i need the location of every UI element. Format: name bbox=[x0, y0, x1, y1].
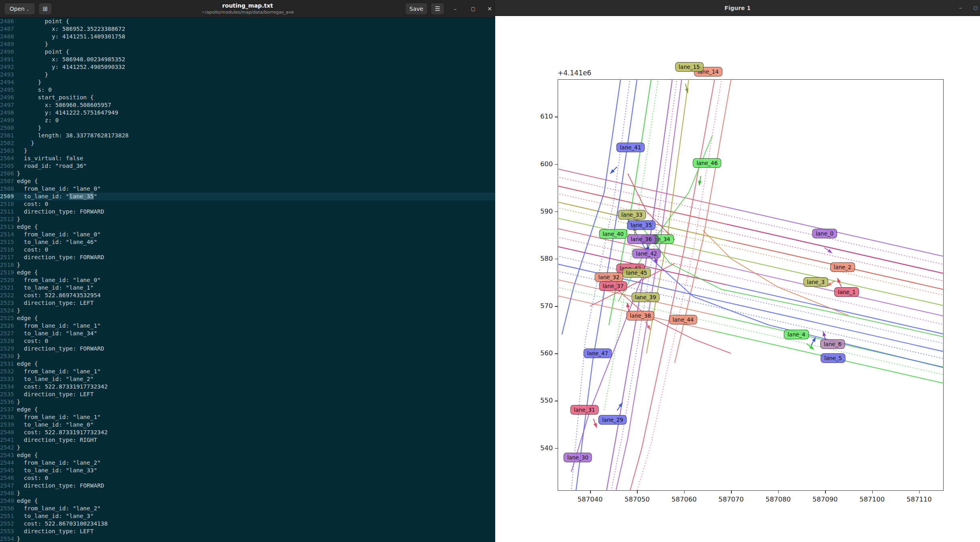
y-tick-mark bbox=[555, 448, 558, 449]
lane-label-lane_33: lane_33 bbox=[618, 210, 646, 220]
road-line bbox=[727, 294, 944, 344]
code-line: 2511 direction_type: FORWARD bbox=[0, 208, 495, 216]
line-number: 2547 bbox=[0, 482, 17, 490]
menu-button[interactable]: ☰ bbox=[431, 3, 444, 15]
line-number: 2495 bbox=[0, 86, 17, 94]
code-line: 2488 y: 4141251.1409301758 bbox=[0, 33, 495, 40]
code-text: } bbox=[17, 444, 20, 451]
code-text: } bbox=[17, 216, 20, 222]
code-text: from_lane_id: "lane_0" bbox=[17, 185, 101, 192]
code-text: to_lane_id: "lane_46" bbox=[17, 239, 97, 245]
y-tick-mark bbox=[555, 117, 558, 117]
lane-label-lane_36: lane_36 bbox=[627, 234, 656, 244]
line-number: 2510 bbox=[0, 200, 17, 208]
code-area[interactable]: 2486 point {2487 x: 586952.3522338867224… bbox=[0, 18, 495, 542]
code-text: point { bbox=[17, 48, 69, 55]
code-text: } bbox=[17, 170, 20, 177]
line-number: 2512 bbox=[0, 216, 17, 223]
code-text: x: 586960.508605957 bbox=[17, 102, 111, 108]
y-tick-mark bbox=[555, 164, 558, 165]
editor-close-button[interactable]: ✕ bbox=[484, 0, 496, 18]
code-text: to_lane_id: "lane_1" bbox=[17, 284, 94, 291]
selected-text: lane_35 bbox=[69, 193, 94, 199]
x-tick-label: 587070 bbox=[719, 496, 744, 503]
line-number: 2554 bbox=[0, 535, 17, 542]
line-number: 2520 bbox=[0, 276, 17, 284]
code-text: to_lane_id: "lane_2" bbox=[17, 376, 94, 382]
figure-minimize-button[interactable]: – bbox=[955, 0, 966, 16]
code-text: cost: 0 bbox=[17, 201, 48, 207]
editor-maximize-button[interactable]: ▢ bbox=[467, 0, 479, 18]
line-number: 2503 bbox=[0, 147, 17, 155]
code-line: 2527 to_lane_id: "lane_34" bbox=[0, 330, 495, 337]
code-text: edge { bbox=[17, 406, 38, 413]
lane-label-lane_31: lane_31 bbox=[570, 405, 599, 415]
code-line: 2535 direction_type: LEFT bbox=[0, 391, 495, 398]
x-tick-mark bbox=[872, 491, 873, 494]
code-text: edge { bbox=[17, 361, 38, 367]
code-line: 2534 cost: 522.87331917732342 bbox=[0, 383, 495, 391]
annotation-arrowhead bbox=[827, 249, 833, 255]
y-tick-label: 610 bbox=[525, 113, 553, 120]
figure-window: Figure 1 – ▢ +4.141e6 587040587050587060… bbox=[495, 0, 980, 542]
code-text: edge { bbox=[17, 269, 38, 276]
code-text: edge { bbox=[17, 498, 38, 504]
line-number: 2524 bbox=[0, 307, 17, 314]
line-number: 2551 bbox=[0, 512, 17, 520]
y-tick-mark bbox=[555, 401, 558, 401]
axis-offset-text: +4.141e6 bbox=[558, 69, 591, 77]
lane-label-lane_41: lane_41 bbox=[617, 143, 645, 152]
figure-titlebar: Figure 1 – ▢ bbox=[495, 0, 980, 16]
code-line: 2533 to_lane_id: "lane_2" bbox=[0, 375, 495, 383]
code-line: 2509 to_lane_id: "lane_35" bbox=[0, 193, 495, 200]
code-text: } bbox=[17, 399, 20, 405]
code-text: road_id: "road_36" bbox=[17, 163, 87, 169]
code-text: length: 38.337787628173828 bbox=[17, 132, 129, 139]
code-line: 2500 } bbox=[0, 124, 495, 132]
code-text: cost: 522.869743532954 bbox=[17, 292, 101, 298]
code-line: 2486 point { bbox=[0, 18, 495, 25]
save-button[interactable]: Save bbox=[405, 3, 428, 15]
line-number: 2553 bbox=[0, 528, 17, 535]
code-line: 2544 from_lane_id: "lane_2" bbox=[0, 459, 495, 467]
line-number: 2549 bbox=[0, 497, 17, 505]
code-line: 2524} bbox=[0, 307, 495, 314]
code-line: 2549edge { bbox=[0, 497, 495, 505]
line-number: 2521 bbox=[0, 284, 17, 292]
code-line: 2504 is_virtual: false bbox=[0, 155, 495, 162]
code-text: to_lane_id: "lane_0" bbox=[17, 421, 94, 428]
line-number: 2490 bbox=[0, 48, 17, 56]
code-line: 2529 direction_type: FORWARD bbox=[0, 345, 495, 353]
code-line: 2554} bbox=[0, 535, 495, 542]
code-text: } bbox=[17, 536, 20, 542]
line-number: 2517 bbox=[0, 254, 17, 261]
line-number: 2523 bbox=[0, 299, 17, 307]
lane-label-lane_45: lane_45 bbox=[623, 268, 651, 278]
code-text: direction_type: LEFT bbox=[17, 528, 94, 534]
y-tick-label: 590 bbox=[525, 208, 553, 215]
editor-minimize-button[interactable]: – bbox=[449, 0, 461, 18]
line-number: 2487 bbox=[0, 25, 17, 33]
figure-maximize-button[interactable]: ▢ bbox=[970, 0, 980, 16]
code-text: to_lane_id: "lane_3" bbox=[17, 513, 94, 519]
lane-label-lane_1: lane_1 bbox=[834, 287, 859, 297]
road-line bbox=[558, 169, 727, 207]
line-number: 2539 bbox=[0, 421, 17, 429]
code-text: from_lane_id: "lane_1" bbox=[17, 368, 101, 375]
x-tick-mark bbox=[731, 491, 732, 494]
code-text: point { bbox=[17, 18, 69, 24]
code-text: direction_type: FORWARD bbox=[17, 345, 104, 352]
code-line: 2540 cost: 522.87331917732342 bbox=[0, 429, 495, 436]
lane-label-lane_47: lane_47 bbox=[583, 349, 612, 358]
figure-canvas[interactable]: +4.141e6 5870405870505870605870705870805… bbox=[495, 16, 980, 542]
line-number: 2504 bbox=[0, 155, 17, 162]
lane-label-lane_6: lane_6 bbox=[820, 339, 845, 349]
annotation-arrowhead bbox=[619, 402, 624, 407]
line-number: 2505 bbox=[0, 162, 17, 170]
code-text: } bbox=[17, 147, 27, 154]
y-tick-label: 540 bbox=[525, 444, 553, 452]
editor-headerbar: Open⌄ ⊞ routing_map.txt ~/apollo/modules… bbox=[0, 0, 495, 18]
code-text: edge { bbox=[17, 224, 38, 230]
y-tick-label: 550 bbox=[525, 397, 553, 404]
code-line: 2498 y: 4141222.5751647949 bbox=[0, 109, 495, 117]
